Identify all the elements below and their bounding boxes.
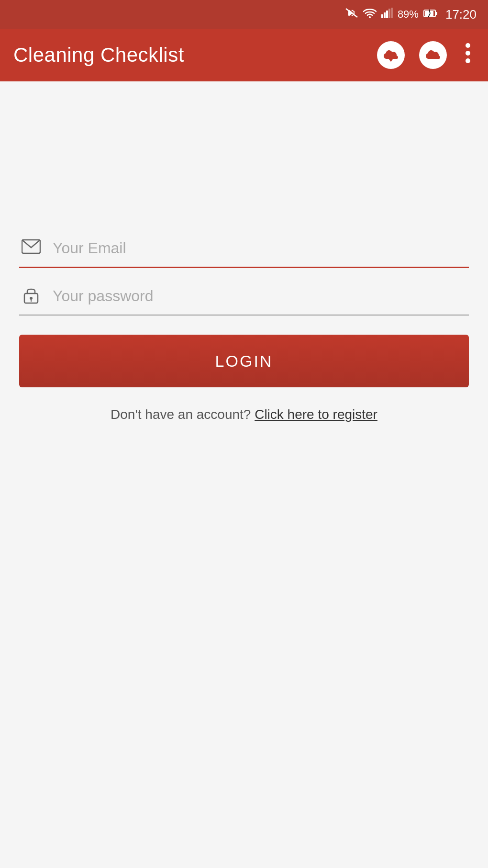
email-input-group	[19, 235, 469, 268]
app-bar-actions	[377, 41, 475, 70]
svg-point-1	[369, 16, 371, 18]
login-form: LOGIN Don't have an account? Click here …	[19, 235, 469, 425]
register-prompt: Don't have an account? Click here to reg…	[19, 405, 469, 425]
cloud-upload-icon	[425, 47, 441, 63]
svg-point-16	[466, 43, 470, 48]
cloud-download-button[interactable]	[377, 41, 405, 69]
login-button[interactable]: LOGIN	[19, 335, 469, 387]
app-title: Cleaning Checklist	[13, 44, 367, 67]
register-link[interactable]: Click here to register	[255, 407, 377, 422]
no-account-text: Don't have an account?	[111, 407, 251, 422]
svg-rect-15	[432, 54, 434, 58]
svg-rect-5	[388, 9, 390, 18]
svg-rect-3	[384, 12, 386, 18]
svg-rect-6	[391, 8, 393, 18]
status-bar: 89% 17:20	[0, 0, 488, 29]
cloud-download-icon	[383, 47, 399, 63]
password-input-group	[19, 282, 469, 316]
svg-point-21	[30, 297, 33, 300]
status-icons: 89% 17:20	[345, 7, 477, 22]
mute-icon	[345, 8, 358, 21]
svg-point-18	[466, 58, 470, 63]
battery-percentage: 89%	[398, 8, 419, 21]
email-icon	[19, 239, 43, 258]
password-input[interactable]	[53, 282, 469, 310]
svg-rect-9	[435, 12, 437, 15]
cloud-upload-button[interactable]	[419, 41, 447, 69]
svg-rect-4	[386, 11, 388, 18]
password-icon	[19, 285, 43, 308]
more-vert-icon	[465, 43, 471, 64]
main-content: LOGIN Don't have an account? Click here …	[0, 81, 488, 868]
signal-icon	[381, 8, 393, 21]
status-time: 17:20	[445, 7, 477, 22]
svg-rect-13	[390, 56, 392, 60]
email-input[interactable]	[53, 235, 469, 262]
app-bar: Cleaning Checklist	[0, 29, 488, 81]
svg-rect-2	[381, 14, 383, 18]
svg-point-17	[466, 51, 470, 56]
wifi-icon	[363, 8, 377, 21]
more-options-button[interactable]	[461, 41, 475, 70]
battery-icon	[423, 8, 438, 21]
